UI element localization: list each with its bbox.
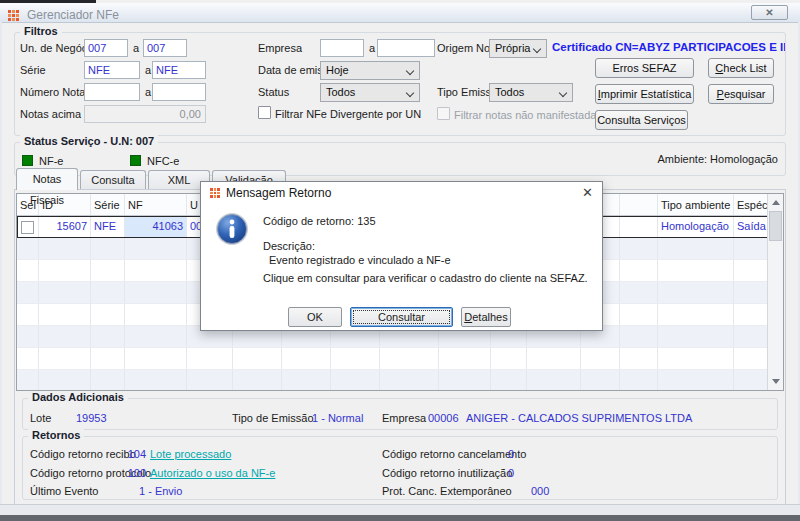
- app-icon: [210, 188, 220, 198]
- data-emissao-combo[interactable]: Hoje: [320, 61, 420, 80]
- detalhes-button[interactable]: Detalhes: [461, 307, 511, 327]
- cancelamento-label: Código retorno cancelamento: [382, 448, 526, 460]
- ok-button[interactable]: OK: [288, 307, 342, 327]
- desktop-strip: [0, 515, 800, 521]
- retornos-legend: Retornos: [28, 429, 84, 441]
- cancelamento-value: 0: [508, 448, 514, 460]
- prot-canc-label: Prot. Canc. Extemporâneo: [382, 485, 512, 497]
- chevron-down-icon: [406, 89, 414, 97]
- imprimir-estatistica-button[interactable]: Imprimir Estatística: [595, 84, 694, 104]
- lote-label: Lote: [30, 412, 51, 424]
- numero-nota-label: Número Nota: [20, 86, 85, 98]
- numero-nota-from-input[interactable]: [84, 83, 140, 101]
- filters-legend: Filtros: [20, 25, 62, 37]
- table-row[interactable]: [17, 370, 783, 391]
- tab-consulta-nfe[interactable]: Consulta NFe: [80, 170, 146, 190]
- col-header-serie[interactable]: Série: [91, 194, 125, 215]
- serie-label: Série: [20, 64, 46, 76]
- empresa-from-input[interactable]: [320, 39, 364, 57]
- status-combo[interactable]: Todos: [320, 83, 420, 102]
- recibo-cod: 104: [126, 448, 146, 460]
- title-bar[interactable]: Gerenciador NFe: [0, 3, 800, 23]
- close-icon: ✕: [765, 7, 773, 18]
- serie-to-input[interactable]: [152, 61, 206, 79]
- empresa-dados-label: Empresa: [382, 412, 426, 424]
- row-select-checkbox[interactable]: [21, 221, 34, 234]
- tipo-emissao-dados-label: Tipo de Emissão: [232, 412, 314, 424]
- dialog-close-button[interactable]: ✕: [582, 185, 593, 201]
- grid-vertical-scrollbar[interactable]: [767, 194, 783, 390]
- mensagem-retorno-dialog: Mensagem Retorno ✕ Código de retorno: 13…: [200, 181, 603, 331]
- window-bottom-frame: [0, 504, 800, 515]
- tab-notas-fiscais[interactable]: Notas Fiscais: [16, 168, 78, 190]
- range-sep: a: [145, 64, 151, 76]
- ambiente-label: Ambiente: Homologação: [658, 153, 778, 165]
- protocolo-link[interactable]: Autorizado o uso da NF-e: [150, 467, 275, 479]
- nfce-status-label: NFC-e: [147, 155, 179, 167]
- ultimo-evento-label: Último Evento: [30, 485, 98, 497]
- numero-nota-to-input[interactable]: [152, 83, 206, 101]
- lote-value: 19953: [76, 412, 107, 424]
- ultimo-evento-value: 1 - Envio: [139, 485, 182, 497]
- cell-serie: NFE: [91, 216, 125, 237]
- chevron-down-icon: [406, 67, 414, 75]
- scroll-down-button[interactable]: [768, 374, 783, 390]
- filtrar-nao-manifestadas-label: Filtrar notas não manifestadas: [454, 109, 602, 121]
- info-icon: [215, 212, 249, 246]
- pesquisar-button[interactable]: Pesquisar: [708, 84, 774, 104]
- col-header-tipo-ambiente[interactable]: Tipo ambiente: [658, 194, 734, 215]
- origem-nota-combo[interactable]: Própria: [489, 39, 547, 58]
- cell-tipo-ambiente: Homologação: [658, 216, 734, 237]
- scroll-up-button[interactable]: [768, 194, 783, 210]
- serie-from-input[interactable]: [84, 61, 140, 79]
- table-row[interactable]: [17, 348, 783, 370]
- gerenciador-nfe-window: Gerenciador NFe ✕ Filtros Un. de Negócio…: [0, 0, 800, 521]
- dialog-title-bar[interactable]: Mensagem Retorno ✕: [201, 182, 602, 204]
- protocolo-cod: 100: [126, 467, 146, 479]
- recibo-link[interactable]: Lote processado: [150, 448, 231, 460]
- tipo-emissao-dados-value: 1 - Normal: [312, 412, 363, 424]
- cell-id: 15607: [39, 216, 91, 237]
- chevron-down-icon: [533, 45, 541, 53]
- range-sep: a: [369, 42, 375, 54]
- check-list-button[interactable]: Check List: [708, 58, 774, 78]
- nfce-status-square: [130, 155, 141, 166]
- un-negocio-from-input[interactable]: [84, 39, 128, 57]
- range-sep: a: [145, 86, 151, 98]
- nfe-status-label: NF-e: [39, 155, 63, 167]
- cell-nf: 41063: [125, 216, 187, 237]
- scrollbar-thumb[interactable]: [769, 211, 782, 241]
- dados-adicionais-legend: Dados Adicionais: [28, 391, 128, 403]
- col-header-nf[interactable]: NF: [125, 194, 187, 215]
- dialog-codigo-retorno: Código de retorno: 135: [263, 215, 376, 227]
- filtrar-nao-manifestadas-checkbox: [437, 107, 450, 120]
- dialog-title: Mensagem Retorno: [226, 186, 331, 200]
- recibo-label: Código retorno recibo: [30, 448, 136, 460]
- status-servico-legend: Status Serviço - U.N: 007: [20, 135, 158, 147]
- dialog-descricao-label: Descrição:: [263, 240, 315, 252]
- window-close-button[interactable]: ✕: [751, 5, 788, 20]
- filtrar-divergente-checkbox[interactable]: [258, 106, 271, 119]
- consultar-button[interactable]: Consultar: [350, 307, 453, 327]
- chevron-down-icon: [559, 89, 567, 97]
- window-title: Gerenciador NFe: [27, 8, 119, 22]
- col-header-especie[interactable]: Espécie: [734, 194, 770, 215]
- un-negocio-to-input[interactable]: [143, 39, 187, 57]
- erros-sefaz-button[interactable]: Erros SEFAZ: [595, 58, 694, 78]
- notas-acima-field: 0,00: [84, 105, 206, 123]
- cell-especie: Saída: [734, 216, 770, 237]
- prot-canc-value: 000: [531, 485, 549, 497]
- consulta-servicos-button[interactable]: Consulta Serviços: [595, 110, 688, 130]
- dialog-descricao-text: Evento registrado e vinculado a NF-e: [269, 254, 451, 266]
- dialog-instrucao-text: Clique em consultar para verificar o cad…: [263, 272, 588, 284]
- tipo-emissao-combo[interactable]: Todos: [489, 83, 573, 102]
- range-sep: a: [133, 42, 139, 54]
- empresa-cod-value: 00006: [428, 412, 459, 424]
- status-label: Status: [258, 86, 289, 98]
- empresa-to-input[interactable]: [377, 39, 435, 57]
- empresa-nome-value: ANIGER - CALCADOS SUPRIMENTOS LTDA: [466, 412, 692, 424]
- inutilizacao-value: 0: [508, 467, 514, 479]
- app-icon: [8, 10, 19, 21]
- arrow-down-icon: [772, 379, 780, 384]
- certificado-text: Certificado CN=ABYZ PARTICIPACOES E INVE…: [552, 41, 785, 53]
